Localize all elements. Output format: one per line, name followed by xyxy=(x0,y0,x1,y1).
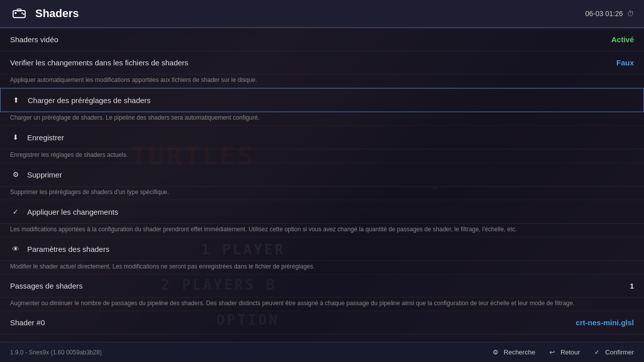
control-icon-2: ✓ xyxy=(592,347,602,357)
svg-point-3 xyxy=(22,13,23,14)
setting-text-video-shaders: Shaders vidéo xyxy=(10,35,58,44)
action-icon-shader-params: 👁 xyxy=(10,243,21,254)
setting-row-shader-params[interactable]: 👁Paramètres des shaders xyxy=(0,237,644,261)
clock-icon: ⏱ xyxy=(627,10,634,18)
setting-row-shader-0[interactable]: Shader #0crt-nes-mini.glsl xyxy=(0,311,644,334)
settings-content: Shaders vidéoActivéVerifier les changeme… xyxy=(0,28,644,362)
setting-text-shader-passes: Passages de shaders xyxy=(10,282,83,290)
setting-label-apply-changes: ✓Appliquer les changements xyxy=(10,206,118,217)
control-label-1: Retour xyxy=(560,348,580,356)
svg-point-4 xyxy=(23,14,25,15)
action-icon-save: ⬇ xyxy=(10,132,21,143)
setting-text-delete: Supprimer xyxy=(27,170,62,179)
setting-row-apply-changes[interactable]: ✓Appliquer les changements xyxy=(0,200,644,224)
setting-row-verify-changes[interactable]: Verifier les changements dans les fichie… xyxy=(0,51,644,74)
setting-text-save: Enregistrer xyxy=(27,133,64,142)
header: Shaders 06-03 01:26 ⏱ xyxy=(0,0,644,28)
action-icon-delete: ⚙ xyxy=(10,169,21,180)
setting-row-save[interactable]: ⬇Enregistrer xyxy=(0,126,644,149)
setting-text-shader-0: Shader #0 xyxy=(10,318,45,327)
setting-row-load-presets[interactable]: ⬆Charger des préréglages de shaders xyxy=(0,88,644,112)
datetime-display: 06-03 01:26 xyxy=(585,10,623,18)
bottom-bar: 1.9.0 - Snes9x (1.60 0059ab3b28) ⚙Recher… xyxy=(0,342,644,362)
setting-desc-delete: Supprimer les préréglages de shaders d'u… xyxy=(0,187,644,200)
setting-desc-shader-passes: Augmenter ou diminuer le nombre de passa… xyxy=(0,298,644,311)
setting-text-load-presets: Charger des préréglages de shaders xyxy=(28,96,150,105)
setting-label-shader-params: 👁Paramètres des shaders xyxy=(10,243,109,254)
setting-label-video-shaders: Shaders vidéo xyxy=(10,35,58,44)
setting-label-load-presets: ⬆Charger des préréglages de shaders xyxy=(11,95,150,106)
setting-value-shader-0: crt-nes-mini.glsl xyxy=(576,318,634,327)
control-item-2[interactable]: ✓Confirmer xyxy=(592,347,634,357)
app-icon xyxy=(10,5,28,23)
setting-text-apply-changes: Appliquer les changements xyxy=(27,208,118,216)
control-item-0[interactable]: ⚙Recherche xyxy=(491,347,535,357)
setting-row-delete[interactable]: ⚙Supprimer xyxy=(0,163,644,187)
setting-desc-verify-changes: Appliquer automatiquement les modificati… xyxy=(0,74,644,88)
control-icon-0: ⚙ xyxy=(491,347,501,357)
setting-value-video-shaders: Activé xyxy=(611,35,634,44)
bottom-controls: ⚙Recherche↩Retour✓Confirmer xyxy=(491,347,634,357)
control-label-2: Confirmer xyxy=(605,348,634,356)
setting-desc-save: Enregistrer les réglages de shaders actu… xyxy=(0,149,644,163)
setting-label-verify-changes: Verifier les changements dans les fichie… xyxy=(10,58,188,67)
action-icon-load-presets: ⬆ xyxy=(11,95,22,106)
header-right: 06-03 01:26 ⏱ xyxy=(585,10,634,18)
setting-desc-shader-params: Modifier le shader actuel directement. L… xyxy=(0,261,644,275)
setting-row-video-shaders[interactable]: Shaders vidéoActivé xyxy=(0,28,644,51)
control-label-0: Recherche xyxy=(504,348,535,356)
setting-label-shader-0: Shader #0 xyxy=(10,318,45,327)
setting-label-shader-passes: Passages de shaders xyxy=(10,282,83,290)
control-item-1[interactable]: ↩Retour xyxy=(547,347,580,357)
setting-value-verify-changes: Faux xyxy=(616,58,634,67)
setting-label-delete: ⚙Supprimer xyxy=(10,169,62,180)
page-title: Shaders xyxy=(35,7,79,20)
setting-desc-load-presets: Charger un préréglage de shaders. Le pip… xyxy=(0,112,644,126)
action-icon-apply-changes: ✓ xyxy=(10,206,21,217)
setting-value-shader-passes: 1 xyxy=(630,282,634,290)
setting-desc-apply-changes: Les modifications apportées à la configu… xyxy=(0,224,644,237)
control-icon-1: ↩ xyxy=(547,347,557,357)
version-text: 1.9.0 - Snes9x (1.60 0059ab3b28) xyxy=(10,349,102,356)
setting-label-save: ⬇Enregistrer xyxy=(10,132,64,143)
setting-row-shader-passes[interactable]: Passages de shaders1 xyxy=(0,275,644,298)
svg-rect-2 xyxy=(15,12,16,14)
header-left: Shaders xyxy=(10,5,79,23)
setting-text-shader-params: Paramètres des shaders xyxy=(27,245,109,253)
setting-text-verify-changes: Verifier les changements dans les fichie… xyxy=(10,58,188,67)
